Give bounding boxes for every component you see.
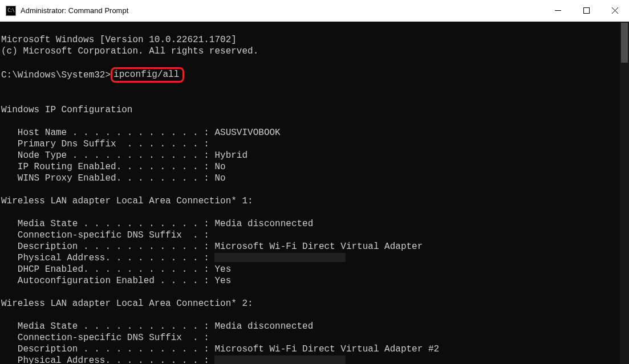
window-title: Administrator: Command Prompt	[21, 6, 543, 15]
window-controls	[543, 0, 629, 21]
prompt-path: C:\Windows\System32>	[1, 69, 111, 81]
output-line: Connection-specific DNS Suffix . :	[1, 230, 209, 240]
close-button[interactable]	[600, 0, 629, 21]
title-bar: C:\ Administrator: Command Prompt	[0, 0, 629, 22]
output-line: Media State . . . . . . . . . . . : Medi…	[1, 321, 313, 332]
command-text: ipconfig/all	[113, 69, 179, 80]
output-line: IP Routing Enabled. . . . . . . . : No	[1, 162, 226, 172]
terminal-output[interactable]: Microsoft Windows [Version 10.0.22621.17…	[0, 22, 620, 364]
output-line: Description . . . . . . . . . . . : Micr…	[1, 344, 439, 354]
scrollbar-thumb[interactable]	[621, 23, 628, 63]
svg-rect-1	[583, 8, 589, 14]
cmd-icon: C:\	[6, 6, 16, 16]
section-header: Windows IP Configuration	[1, 105, 132, 115]
output-line: Media State . . . . . . . . . . . : Medi…	[1, 219, 313, 229]
terminal-area[interactable]: Microsoft Windows [Version 10.0.22621.17…	[0, 22, 629, 364]
output-line: WINS Proxy Enabled. . . . . . . . : No	[1, 173, 226, 183]
output-line: Autoconfiguration Enabled . . . . : Yes	[1, 276, 231, 286]
minimize-button[interactable]	[543, 0, 572, 21]
output-line: (c) Microsoft Corporation. All rights re…	[1, 46, 258, 56]
output-line: Physical Address. . . . . . . . . :	[1, 355, 214, 364]
redacted-value	[214, 355, 346, 364]
vertical-scrollbar[interactable]	[620, 22, 629, 364]
section-header: Wireless LAN adapter Local Area Connecti…	[1, 196, 253, 206]
section-header: Wireless LAN adapter Local Area Connecti…	[1, 298, 253, 309]
maximize-button[interactable]	[572, 0, 600, 21]
output-line: Microsoft Windows [Version 10.0.22621.17…	[1, 35, 237, 45]
output-line: Node Type . . . . . . . . . . . . : Hybr…	[1, 150, 247, 161]
output-line: Description . . . . . . . . . . . : Micr…	[1, 242, 423, 252]
output-line: Physical Address. . . . . . . . . :	[1, 253, 214, 263]
output-line: DHCP Enabled. . . . . . . . . . . : Yes	[1, 264, 231, 275]
command-highlight: ipconfig/all	[111, 67, 184, 83]
output-line: Primary Dns Suffix . . . . . . . :	[1, 139, 209, 149]
output-line: Connection-specific DNS Suffix . :	[1, 333, 209, 343]
output-line: Host Name . . . . . . . . . . . . : ASUS…	[1, 128, 281, 138]
redacted-value	[214, 253, 346, 262]
